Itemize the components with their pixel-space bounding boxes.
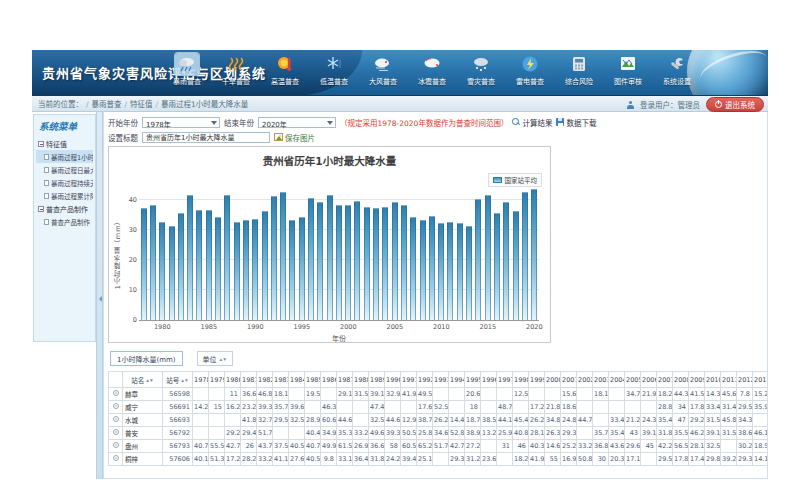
value-cell: 43.6 <box>609 440 625 453</box>
nav-item-risk[interactable]: 综合风险 <box>558 53 600 86</box>
nav-item-drought[interactable]: 干旱普查 <box>215 53 257 86</box>
menu-group-0[interactable]: 特征值 <box>36 137 93 150</box>
breadcrumb-bar: 当前的位置： /暴雨普查/特征值/暴雨过程1小时最大降水量 登录用户：管理员 退… <box>32 96 768 112</box>
id-sort[interactable]: 站号 ▴▾ <box>166 375 189 385</box>
sort-arrows-icon: ▴▾ <box>220 356 228 362</box>
value-cell <box>449 388 465 401</box>
station-radio[interactable] <box>113 429 119 435</box>
station-name: 桐梓 <box>123 453 163 466</box>
nav-item-rainstorm[interactable]: 暴雨普查 <box>166 53 208 86</box>
menu-item[interactable]: 普查产品制作 <box>36 215 93 228</box>
end-year-select[interactable]: 2020年 <box>258 117 336 128</box>
drought-icon <box>224 53 248 75</box>
value-cell: 17.6 <box>417 401 433 414</box>
value-cell: 40.5 <box>305 453 321 466</box>
value-cell: 31.2 <box>465 453 481 466</box>
menu-item[interactable]: 暴雨过程日最大降水量 <box>36 163 93 176</box>
high-temp-icon <box>273 53 297 75</box>
value-cell: 51.7 <box>433 440 449 453</box>
station-radio[interactable] <box>113 403 119 409</box>
data-download-button[interactable]: 数据下载 <box>556 117 596 128</box>
year-col-header: 1996 <box>481 372 497 388</box>
breadcrumb-item[interactable]: 暴雨普查 <box>92 100 122 109</box>
unit-sort-control[interactable]: 单位 ▴▾ <box>197 351 234 366</box>
year-col-header: 1990 <box>385 372 401 388</box>
start-year-select[interactable]: 1978年 <box>142 117 220 128</box>
nav-label: 高温普查 <box>271 76 299 86</box>
value-cell <box>193 388 209 401</box>
collapse-arrow-icon <box>99 296 102 302</box>
breadcrumb-separator: / <box>86 100 89 109</box>
value-cell: 27.6 <box>289 453 305 466</box>
breadcrumb-item[interactable]: 特征值 <box>130 100 153 109</box>
menu-item[interactable]: 暴雨过程1小时最大降水量 <box>36 150 93 163</box>
station-name: 赫章 <box>123 388 163 401</box>
disk-icon <box>556 118 564 126</box>
nav-label: 冰雹普查 <box>418 76 446 86</box>
nav-item-settings[interactable]: 系统设置 <box>656 53 698 86</box>
chart-title-input[interactable] <box>142 132 270 143</box>
station-radio[interactable] <box>113 390 119 396</box>
value-cell: 35.9 <box>753 401 769 414</box>
main-content: 开始年份 1978年 结束年份 2020年 （规定采用1978-2020年数据作… <box>103 112 768 479</box>
value-cell: 21.2 <box>625 414 641 427</box>
sidebar-splitter[interactable] <box>96 112 103 479</box>
table-viewport: 站名 ▴▾站号 ▴▾197819791980198119821983198419… <box>108 371 768 466</box>
value-cell: 30.2 <box>737 440 753 453</box>
value-cell <box>545 388 561 401</box>
value-cell: 42.7 <box>449 440 465 453</box>
chart-panel: 贵州省历年1小时最大降水量 国家站平均 1小时降水量（mm） 010203040… <box>108 146 551 343</box>
menu-item[interactable]: 暴雨过程累计降水量 <box>36 189 93 202</box>
value-cell <box>449 401 465 414</box>
table-row: 赫章565981136.646.818.119.529.131.539.132.… <box>109 388 769 401</box>
bar-2006 <box>401 205 407 320</box>
value-cell: 18.5 <box>753 440 769 453</box>
value-cell: 45 <box>641 440 657 453</box>
value-cell: 49.9 <box>321 440 337 453</box>
calc-result-button[interactable]: 计算结果 <box>512 117 552 128</box>
station-id: 56693 <box>163 414 193 427</box>
value-cell: 24.2 <box>385 453 401 466</box>
nav-item-high-temp[interactable]: 高温普查 <box>264 53 306 86</box>
menu-group-1[interactable]: 普查产品制作 <box>36 202 93 215</box>
value-cell: 60.5 <box>401 440 417 453</box>
value-cell: 35.5 <box>673 427 689 440</box>
logout-button[interactable]: 退出系统 <box>706 97 764 112</box>
logged-in-user: 登录用户：管理员 <box>640 99 700 110</box>
year-col-header: 2001 <box>561 372 577 388</box>
year-col-header: 2012 <box>737 372 753 388</box>
nav-item-low-temp[interactable]: 低温普查 <box>313 53 355 86</box>
station-name: 威宁 <box>123 401 163 414</box>
value-cell: 51.7 <box>257 427 273 440</box>
value-cell: 41.1 <box>273 453 289 466</box>
value-cell <box>577 401 593 414</box>
bar-2018 <box>513 211 519 320</box>
menu-item[interactable]: 暴雨过程持续天数 <box>36 176 93 189</box>
nav-item-lightning[interactable]: 雷电普查 <box>509 53 551 86</box>
station-radio[interactable] <box>113 442 119 448</box>
station-radio[interactable] <box>113 416 119 422</box>
nav-item-snow[interactable]: 雪灾普查 <box>460 53 502 86</box>
station-sort[interactable]: 站名 ▴▾ <box>131 375 154 385</box>
x-axis-label: 年份 <box>139 333 539 343</box>
nav-item-wind[interactable]: 大风普查 <box>362 53 404 86</box>
value-cell: 55 <box>545 453 561 466</box>
bar-1998 <box>327 195 333 320</box>
bar-1988 <box>234 222 240 320</box>
breadcrumb-item[interactable]: 暴雨过程1小时最大降水量 <box>161 100 248 109</box>
station-radio[interactable] <box>113 455 119 461</box>
lightning-icon <box>518 53 542 75</box>
id-col-header: 站号 ▴▾ <box>163 372 193 388</box>
table-row: 桐梓5760640.151.317.228.233.241.127.640.59… <box>109 453 769 466</box>
nav-item-review[interactable]: 图件审核 <box>607 53 649 86</box>
value-cell: 28.8 <box>657 401 673 414</box>
value-cell: 15.2 <box>753 388 769 401</box>
x-tick-label: 1980 <box>154 323 171 331</box>
breadcrumb-prefix: 当前的位置： <box>38 98 83 109</box>
radio-col-header <box>109 372 123 388</box>
nav-item-hail[interactable]: 冰雹普查 <box>411 53 453 86</box>
value-cell: 31.8 <box>657 427 673 440</box>
save-image-button[interactable]: 保存图片 <box>274 132 315 143</box>
value-cell <box>433 453 449 466</box>
value-cell: 42.7 <box>225 440 241 453</box>
